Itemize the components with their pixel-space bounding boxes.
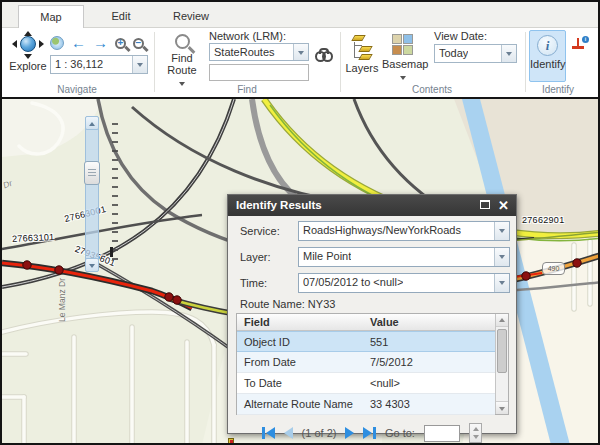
zoom-slider-thumb[interactable] bbox=[84, 161, 100, 185]
basemap-label: Basemap bbox=[382, 58, 424, 70]
view-date-value: Today bbox=[439, 47, 468, 59]
ribbon-tabstrip: Map Edit Review bbox=[2, 2, 598, 28]
basemap-icon bbox=[392, 34, 414, 56]
zoom-slider-track[interactable] bbox=[85, 116, 99, 272]
dialog-titlebar[interactable]: Identify Results ✕ bbox=[228, 195, 516, 216]
find-group-label: Find bbox=[202, 84, 292, 95]
chevron-down-icon[interactable] bbox=[501, 45, 516, 62]
identify-info-icon: i bbox=[537, 35, 558, 56]
back-extent-icon[interactable]: ← bbox=[71, 36, 86, 50]
route-input-field[interactable] bbox=[209, 64, 309, 81]
chevron-down-icon[interactable] bbox=[293, 44, 308, 60]
zoom-slider-down-button[interactable] bbox=[85, 258, 99, 272]
table-row[interactable]: From Date 7/5/2012 bbox=[237, 352, 495, 373]
cell-field: To Date bbox=[244, 377, 282, 389]
group-separator bbox=[525, 32, 526, 92]
tab-edit[interactable]: Edit bbox=[88, 5, 154, 28]
full-extent-globe-icon[interactable] bbox=[50, 36, 64, 50]
network-lrm-label: Network (LRM): bbox=[209, 30, 286, 42]
zoom-out-icon[interactable]: − bbox=[133, 38, 144, 49]
network-lrm-value: StateRoutes bbox=[214, 46, 275, 58]
zoom-in-icon[interactable]: + bbox=[115, 38, 126, 49]
maximize-icon[interactable] bbox=[480, 200, 490, 209]
time-row: Time: 07/05/2012 to <null> bbox=[240, 273, 504, 293]
identify-route-location-icon[interactable]: i bbox=[572, 36, 589, 51]
table-scrollbar[interactable] bbox=[495, 314, 508, 414]
field-column-header: Field bbox=[244, 316, 270, 328]
navigate-toolbar: ← → + − bbox=[50, 34, 144, 52]
attributes-table: Field Value Object ID 551 From Date 7/5/… bbox=[236, 313, 509, 415]
first-page-button[interactable] bbox=[262, 427, 275, 439]
layers-button[interactable]: Layers bbox=[344, 33, 380, 91]
close-icon[interactable]: ✕ bbox=[498, 197, 509, 214]
identify-results-dialog: Identify Results ✕ Service: RoadsHighway… bbox=[227, 194, 517, 434]
chevron-down-icon[interactable] bbox=[494, 274, 509, 292]
scroll-down-icon[interactable] bbox=[496, 401, 508, 414]
cell-value: 7/5/2012 bbox=[370, 356, 413, 368]
previous-page-button[interactable] bbox=[284, 427, 293, 439]
layer-combobox[interactable]: Mile Point bbox=[298, 247, 510, 267]
time-combobox[interactable]: 07/05/2012 to <null> bbox=[298, 273, 510, 293]
layer-value: Mile Point bbox=[303, 250, 351, 262]
service-label: Service: bbox=[240, 225, 280, 237]
goto-page-input[interactable] bbox=[424, 425, 460, 442]
view-date-label: View Date: bbox=[434, 30, 487, 42]
cell-field: Alternate Route Name bbox=[244, 398, 353, 410]
page-indicator: (1 of 2) bbox=[302, 427, 337, 439]
layer-label: Layer: bbox=[240, 251, 271, 263]
forward-extent-icon[interactable]: → bbox=[93, 36, 108, 50]
service-row: Service: RoadsHighways/NewYorkRoads bbox=[240, 221, 504, 241]
scroll-up-icon[interactable] bbox=[496, 314, 508, 327]
cell-value: 551 bbox=[370, 336, 388, 348]
cell-value: 33 4303 bbox=[370, 398, 410, 410]
value-column-header: Value bbox=[370, 316, 399, 328]
time-value: 07/05/2012 to <null> bbox=[303, 276, 403, 288]
table-row[interactable]: Alternate Route Name 33 4303 bbox=[237, 394, 495, 415]
goto-label: Go to: bbox=[385, 427, 415, 439]
zoom-slider-ticks bbox=[112, 123, 118, 265]
binoculars-search-icon[interactable] bbox=[315, 48, 333, 62]
map-scale-combobox[interactable]: 1 : 36,112 bbox=[50, 55, 148, 74]
identify-group-label: Identify bbox=[518, 84, 598, 95]
cell-field: Object ID bbox=[244, 336, 290, 348]
scrollbar-thumb[interactable] bbox=[497, 329, 507, 373]
last-page-button[interactable] bbox=[363, 427, 376, 439]
zoom-slider-up-button[interactable] bbox=[85, 116, 99, 130]
contents-group-label: Contents bbox=[387, 84, 477, 95]
next-page-button[interactable] bbox=[345, 427, 354, 439]
table-row-selected[interactable]: Object ID 551 bbox=[237, 331, 495, 352]
network-lrm-combobox[interactable]: StateRoutes bbox=[209, 43, 309, 61]
find-route-button[interactable]: Find Route bbox=[160, 32, 204, 92]
map-label-route-id: 27662901 bbox=[522, 215, 564, 225]
tab-review[interactable]: Review bbox=[158, 5, 224, 28]
find-route-label-line1: Find bbox=[160, 52, 204, 64]
dialog-title: Identify Results bbox=[236, 199, 322, 211]
chevron-down-icon bbox=[400, 76, 406, 80]
group-separator bbox=[340, 32, 341, 92]
view-date-combobox[interactable]: Today bbox=[434, 44, 517, 63]
group-separator bbox=[154, 32, 155, 92]
identify-label: Identify bbox=[530, 58, 565, 70]
layers-icon bbox=[349, 34, 375, 60]
goto-spinner[interactable] bbox=[469, 423, 482, 443]
layer-row: Layer: Mile Point bbox=[240, 247, 504, 267]
table-row[interactable]: To Date <null> bbox=[237, 373, 495, 394]
explore-button[interactable]: Explore bbox=[8, 33, 48, 77]
find-route-label-line2: Route bbox=[160, 64, 204, 76]
chevron-down-icon[interactable] bbox=[132, 56, 147, 73]
layers-label: Layers bbox=[344, 62, 380, 74]
table-header: Field Value bbox=[237, 314, 495, 331]
tab-map[interactable]: Map bbox=[18, 5, 84, 29]
chevron-down-icon[interactable] bbox=[494, 222, 509, 240]
service-combobox[interactable]: RoadsHighways/NewYorkRoads bbox=[298, 221, 510, 241]
ribbon: Explore ← → + − 1 : 36,112 Navigate Find… bbox=[2, 28, 598, 97]
chevron-down-icon[interactable] bbox=[494, 248, 509, 266]
identify-button[interactable]: i Identify bbox=[529, 30, 566, 82]
service-value: RoadsHighways/NewYorkRoads bbox=[303, 224, 461, 236]
route-shield: 490 bbox=[542, 262, 565, 275]
chevron-down-icon bbox=[179, 82, 185, 86]
cell-value: <null> bbox=[370, 377, 400, 389]
explore-icon bbox=[15, 33, 41, 57]
zoom-slider-tick bbox=[110, 247, 113, 257]
cell-field: From Date bbox=[244, 356, 296, 368]
